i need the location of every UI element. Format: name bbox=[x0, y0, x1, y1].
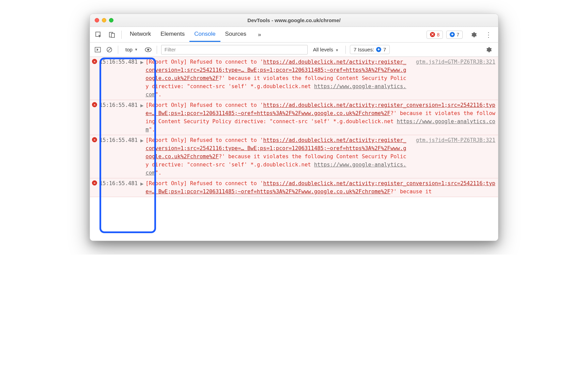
error-status-icon: ✕ bbox=[92, 101, 99, 107]
tab-network[interactable]: Network bbox=[125, 27, 156, 42]
more-tabs-button[interactable]: » bbox=[253, 28, 266, 42]
log-message: ▶[Report Only] Refused to connect to 'ht… bbox=[140, 101, 495, 134]
context-label: top bbox=[125, 47, 133, 52]
error-status-icon: ✕ bbox=[92, 136, 99, 142]
device-toolbar-icon[interactable] bbox=[106, 29, 118, 41]
divider bbox=[157, 46, 157, 54]
expand-caret-icon[interactable]: ▶ bbox=[140, 179, 143, 188]
log-text[interactable]: [Report Only] Refused to connect to 'htt… bbox=[145, 58, 407, 99]
error-status-icon: ✕ bbox=[92, 58, 99, 64]
messages-badge[interactable]: ✦ 7 bbox=[446, 31, 463, 39]
log-timestamp: 15:16:55.481 bbox=[99, 136, 140, 144]
inspect-element-icon[interactable] bbox=[93, 29, 104, 41]
chevron-down-icon: ▼ bbox=[135, 48, 138, 51]
log-text[interactable]: [Report Only] Refused to connect to 'htt… bbox=[145, 136, 407, 177]
console-error-row: ✕15:16:55.481▶[Report Only] Refused to c… bbox=[90, 100, 498, 135]
error-icon: ✕ bbox=[430, 32, 435, 37]
log-source-link[interactable]: gtm.js?id=GTM-PZ6TRJB:321 bbox=[416, 136, 495, 144]
status-badges: ✕ 8 ✦ 7 bbox=[427, 31, 463, 39]
log-message: ▶[Report Only] Refused to connect to 'ht… bbox=[140, 136, 495, 177]
divider bbox=[118, 46, 118, 54]
chevron-down-icon: ▼ bbox=[335, 48, 339, 52]
expand-caret-icon[interactable]: ▶ bbox=[140, 136, 143, 145]
maximize-window-button[interactable] bbox=[109, 18, 113, 22]
log-source-link[interactable]: gtm.js?id=GTM-PZ6TRJB:321 bbox=[416, 58, 495, 66]
log-message: ▶[Report Only] Refused to connect to 'ht… bbox=[140, 179, 495, 196]
log-timestamp: 15:16:55.481 bbox=[99, 58, 140, 66]
console-error-row: ✕15:16:55.481▶[Report Only] Refused to c… bbox=[90, 178, 498, 197]
issues-count: 7 bbox=[383, 47, 386, 52]
filter-input[interactable] bbox=[161, 45, 308, 54]
console-settings-button[interactable] bbox=[482, 46, 495, 53]
settings-button[interactable] bbox=[467, 31, 480, 38]
divider bbox=[345, 46, 346, 54]
expand-caret-icon[interactable]: ▶ bbox=[140, 101, 143, 110]
svg-line-5 bbox=[108, 48, 111, 51]
tab-sources[interactable]: Sources bbox=[220, 27, 251, 42]
console-toolbar: top ▼ All levels ▼ 7 Issues: ✦ 7 bbox=[90, 43, 498, 57]
log-text[interactable]: [Report Only] Refused to connect to 'htt… bbox=[145, 101, 495, 134]
window-title: DevTools - www.google.co.uk/chrome/ bbox=[90, 17, 498, 23]
window-titlebar: DevTools - www.google.co.uk/chrome/ bbox=[90, 14, 498, 27]
error-status-icon: ✕ bbox=[92, 179, 99, 185]
tab-elements[interactable]: Elements bbox=[156, 27, 189, 42]
svg-point-7 bbox=[147, 49, 149, 51]
divider bbox=[121, 31, 122, 39]
traffic-lights bbox=[95, 18, 113, 22]
context-selector[interactable]: top ▼ bbox=[122, 45, 141, 54]
levels-label: All levels bbox=[313, 47, 333, 52]
issues-button[interactable]: 7 Issues: ✦ 7 bbox=[350, 45, 390, 54]
live-expression-icon[interactable] bbox=[144, 45, 153, 54]
svg-rect-2 bbox=[111, 33, 114, 37]
log-text[interactable]: [Report Only] Refused to connect to 'htt… bbox=[145, 179, 495, 196]
minimize-window-button[interactable] bbox=[102, 18, 106, 22]
clear-console-icon[interactable] bbox=[105, 45, 114, 54]
errors-count: 8 bbox=[437, 32, 439, 37]
log-levels-selector[interactable]: All levels ▼ bbox=[310, 47, 341, 52]
more-options-button[interactable]: ⋮ bbox=[482, 31, 495, 39]
errors-badge[interactable]: ✕ 8 bbox=[427, 31, 443, 39]
log-timestamp: 15:16:55.481 bbox=[99, 179, 140, 188]
tab-console[interactable]: Console bbox=[189, 27, 220, 42]
expand-caret-icon[interactable]: ▶ bbox=[140, 58, 143, 66]
message-icon: ✦ bbox=[450, 32, 455, 37]
console-error-row: ✕15:16:55.481▶[Report Only] Refused to c… bbox=[90, 135, 498, 178]
messages-count: 7 bbox=[457, 32, 459, 37]
issues-label: 7 Issues: bbox=[354, 47, 374, 52]
devtools-window: DevTools - www.google.co.uk/chrome/ Netw… bbox=[90, 14, 498, 241]
log-timestamp: 15:16:55.481 bbox=[99, 101, 140, 109]
console-output: ✕15:16:55.481▶[Report Only] Refused to c… bbox=[90, 57, 498, 241]
issues-icon: ✦ bbox=[376, 47, 381, 52]
close-window-button[interactable] bbox=[95, 18, 99, 22]
log-message: ▶[Report Only] Refused to connect to 'ht… bbox=[140, 58, 495, 99]
main-toolbar: NetworkElementsConsoleSources » ✕ 8 ✦ 7 … bbox=[90, 27, 498, 43]
console-error-row: ✕15:16:55.481▶[Report Only] Refused to c… bbox=[90, 57, 498, 100]
panel-tabs: NetworkElementsConsoleSources bbox=[125, 27, 251, 42]
show-sidebar-icon[interactable] bbox=[93, 45, 102, 54]
